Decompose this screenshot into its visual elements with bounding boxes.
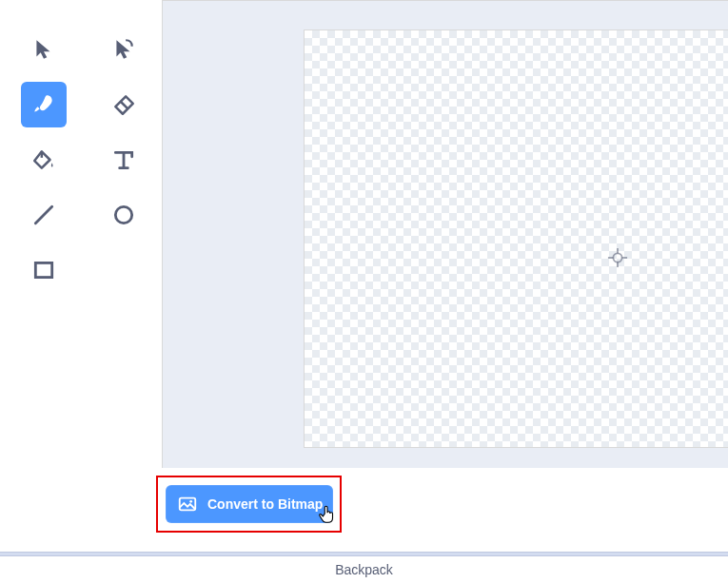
image-icon xyxy=(177,494,198,515)
reshape-cursor-icon xyxy=(111,37,136,62)
svg-point-1 xyxy=(115,206,131,223)
circle-tool[interactable] xyxy=(101,192,147,238)
line-tool[interactable] xyxy=(21,192,67,238)
fill-tool[interactable] xyxy=(21,137,67,183)
paint-bucket-icon xyxy=(31,147,56,172)
convert-to-bitmap-label: Convert to Bitmap xyxy=(207,496,323,512)
rectangle-tool[interactable] xyxy=(21,247,67,293)
text-icon xyxy=(111,147,136,172)
eraser-icon xyxy=(111,92,136,117)
backpack-label: Backpack xyxy=(335,562,393,577)
brush-tool[interactable] xyxy=(21,82,67,127)
drawing-canvas[interactable] xyxy=(304,29,728,448)
brush-icon xyxy=(31,92,56,117)
canvas-viewport xyxy=(162,0,728,468)
convert-to-bitmap-button[interactable]: Convert to Bitmap xyxy=(166,485,333,523)
text-tool[interactable] xyxy=(101,137,147,183)
cursor-icon xyxy=(31,37,56,62)
rectangle-icon xyxy=(31,258,56,282)
backpack-panel-header[interactable]: Backpack xyxy=(0,556,728,583)
select-tool[interactable] xyxy=(21,27,67,72)
tool-palette xyxy=(0,0,162,552)
circle-icon xyxy=(111,203,136,227)
reshape-tool[interactable] xyxy=(101,27,147,72)
svg-rect-2 xyxy=(35,262,51,277)
center-crosshair-icon xyxy=(607,247,628,268)
svg-line-0 xyxy=(35,206,51,223)
svg-point-9 xyxy=(189,500,192,503)
line-icon xyxy=(31,203,56,227)
eraser-tool[interactable] xyxy=(101,82,147,127)
svg-point-3 xyxy=(613,253,621,262)
